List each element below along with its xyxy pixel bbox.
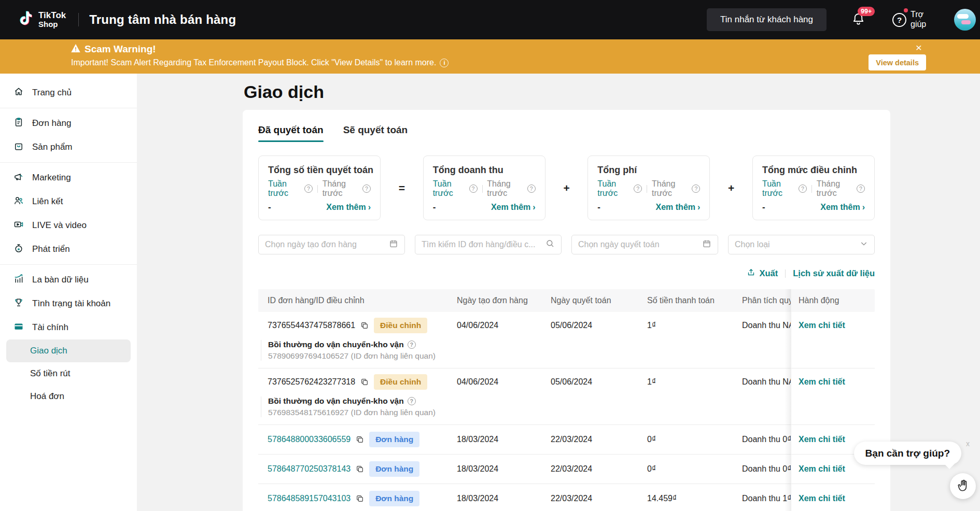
sidebar-item-home[interactable]: Trang chủ bbox=[0, 81, 137, 105]
view-details-link[interactable]: Xem chi tiết bbox=[799, 377, 845, 386]
settlement-date-filter[interactable] bbox=[571, 235, 718, 254]
period-last-week[interactable]: Tuần trước bbox=[268, 179, 301, 198]
orders-icon bbox=[13, 117, 24, 130]
view-details-link[interactable]: Xem chi tiết bbox=[799, 464, 845, 473]
period-last-month[interactable]: Tháng trước bbox=[323, 179, 359, 198]
question-circle-icon[interactable]: ? bbox=[527, 184, 536, 193]
sidebar-item-label: Phát triển bbox=[32, 244, 70, 254]
question-circle-icon[interactable]: ? bbox=[799, 184, 807, 193]
scam-warning-banner: Scam Warning! Important! Scam Alert Rega… bbox=[0, 39, 980, 74]
tiktok-shop-logo[interactable]: TikTok Shop bbox=[18, 10, 66, 29]
sidebar-item-account-health[interactable]: Tình trạng tài khoản bbox=[0, 292, 137, 316]
copy-icon[interactable] bbox=[356, 494, 364, 503]
export-icon bbox=[747, 268, 755, 279]
sidebar-item-affiliate[interactable]: Liên kết bbox=[0, 190, 137, 214]
type-select-input[interactable] bbox=[735, 240, 860, 249]
see-more-link[interactable]: Xem thêm › bbox=[326, 203, 371, 212]
summary-cards-row: Tổng số tiền quyết toán Tuần trước ? Thá… bbox=[258, 155, 875, 220]
adjustment-reason: Bồi thường do vận chuyển-kho vận bbox=[268, 396, 404, 406]
sidebar-item-marketing[interactable]: Marketing bbox=[0, 166, 137, 190]
period-last-month[interactable]: Tháng trước bbox=[817, 179, 853, 198]
banner-close-button[interactable]: × bbox=[916, 41, 922, 54]
period-last-week[interactable]: Tuần trước bbox=[433, 179, 466, 198]
sidebar-item-data-compass[interactable]: La bàn dữ liệu bbox=[0, 268, 137, 292]
period-last-week[interactable]: Tuần trước bbox=[597, 179, 630, 198]
order-id-search-input[interactable] bbox=[422, 240, 545, 249]
order-create-date-filter[interactable] bbox=[258, 235, 405, 254]
sidebar-divider bbox=[0, 162, 137, 163]
view-details-link[interactable]: Xem chi tiết bbox=[799, 494, 845, 503]
view-details-link[interactable]: Xem chi tiết bbox=[799, 321, 845, 330]
settlement-date-input[interactable] bbox=[578, 240, 702, 249]
adjustment-detail: Bồi thường do vận chuyển-kho vận ? 57890… bbox=[261, 340, 875, 361]
question-circle-icon[interactable]: ? bbox=[362, 184, 371, 193]
export-history-link[interactable]: Lịch sử xuất dữ liệu bbox=[793, 268, 875, 278]
sidebar-item-live-video[interactable]: LIVE và video bbox=[0, 214, 137, 237]
question-circle-icon[interactable]: ? bbox=[857, 184, 865, 193]
calendar-icon bbox=[702, 239, 711, 250]
tab-to-be-settled[interactable]: Sẽ quyết toán bbox=[343, 124, 408, 142]
period-last-week[interactable]: Tuần trước bbox=[762, 179, 795, 198]
export-button[interactable]: Xuất bbox=[747, 268, 778, 279]
sidebar-item-products[interactable]: Sản phẩm bbox=[0, 135, 137, 159]
avatar[interactable] bbox=[954, 9, 976, 31]
sidebar-item-withdrawals[interactable]: Số tiền rút bbox=[6, 362, 131, 385]
chevron-down-icon bbox=[860, 239, 868, 250]
help-chat-bubble[interactable]: Bạn cần trợ giúp? x bbox=[854, 442, 961, 465]
copy-icon[interactable] bbox=[356, 465, 364, 473]
see-more-link[interactable]: Xem thêm › bbox=[656, 203, 701, 212]
sidebar-item-label: La bàn dữ liệu bbox=[32, 275, 89, 285]
sidebar-item-transactions[interactable]: Giao dịch bbox=[6, 339, 131, 362]
order-id-link[interactable]: 578648770250378143 bbox=[268, 464, 351, 474]
question-circle-icon[interactable]: ? bbox=[408, 397, 416, 405]
order-id-link[interactable]: 578648589157043103 bbox=[268, 494, 351, 503]
question-circle-icon[interactable]: ? bbox=[304, 184, 313, 193]
question-circle-icon[interactable]: ? bbox=[692, 184, 700, 193]
brand-text: TikTok Shop bbox=[38, 11, 66, 29]
see-more-link[interactable]: Xem thêm › bbox=[491, 203, 536, 212]
type-select[interactable] bbox=[728, 235, 875, 254]
chat-close-icon[interactable]: x bbox=[966, 439, 970, 448]
payment-amount: 0₫ bbox=[639, 435, 734, 444]
help-button[interactable]: ? Trợ giúp bbox=[892, 10, 933, 30]
sidebar-divider bbox=[0, 264, 137, 265]
copy-icon[interactable] bbox=[360, 321, 369, 330]
divider bbox=[811, 185, 812, 193]
sidebar-item-invoices[interactable]: Hoá đơn bbox=[6, 385, 131, 408]
see-more-label: Xem thêm bbox=[326, 203, 366, 212]
see-more-link[interactable]: Xem thêm › bbox=[820, 203, 865, 212]
order-id: 7376525762423277318 bbox=[268, 377, 355, 387]
sidebar-item-orders[interactable]: Đơn hàng bbox=[0, 111, 137, 135]
question-circle-icon[interactable]: ? bbox=[634, 184, 642, 193]
filters-row bbox=[258, 235, 875, 254]
chat-hand-button[interactable] bbox=[950, 473, 976, 499]
brand-line2: Shop bbox=[38, 20, 66, 29]
copy-icon[interactable] bbox=[356, 435, 364, 444]
view-details-link[interactable]: Xem chi tiết bbox=[799, 435, 845, 444]
question-circle-icon[interactable]: ? bbox=[469, 184, 478, 193]
created-date: 18/03/2024 bbox=[449, 464, 543, 474]
copy-icon[interactable] bbox=[360, 378, 369, 386]
period-last-month[interactable]: Tháng trước bbox=[652, 179, 688, 198]
summary-card-total-revenue: Tổng doanh thu Tuần trước ? Tháng trước … bbox=[423, 155, 545, 220]
notification-count-badge: 99+ bbox=[858, 7, 875, 16]
summary-card-periods: Tuần trước ? Tháng trước ? bbox=[268, 179, 371, 198]
period-last-month[interactable]: Tháng trước bbox=[487, 179, 523, 198]
see-more-label: Xem thêm bbox=[820, 203, 860, 212]
settled-date: 22/03/2024 bbox=[543, 464, 639, 474]
view-details-button[interactable]: View details bbox=[869, 54, 926, 70]
sidebar-item-growth[interactable]: Phát triển bbox=[0, 237, 137, 261]
order-id-search-filter[interactable] bbox=[415, 235, 562, 254]
tab-settled[interactable]: Đã quyết toán bbox=[258, 124, 324, 142]
sidebar-item-finance[interactable]: Tài chính bbox=[0, 316, 137, 339]
notifications-button[interactable]: 99+ bbox=[851, 12, 865, 28]
question-circle-icon[interactable]: ? bbox=[408, 340, 416, 349]
order-id-link[interactable]: 578648800033606559 bbox=[268, 435, 351, 444]
table-row: 578648770250378143 Đơn hàng 18/03/2024 2… bbox=[258, 455, 875, 484]
customer-messages-button[interactable]: Tin nhắn từ khách hàng bbox=[707, 8, 827, 31]
info-icon[interactable]: i bbox=[440, 59, 449, 67]
page-title: Giao dịch bbox=[244, 82, 980, 102]
summary-card-value: - bbox=[762, 202, 765, 212]
sidebar-item-label: Tình trạng tài khoản bbox=[32, 299, 110, 309]
order-create-date-input[interactable] bbox=[265, 240, 389, 249]
